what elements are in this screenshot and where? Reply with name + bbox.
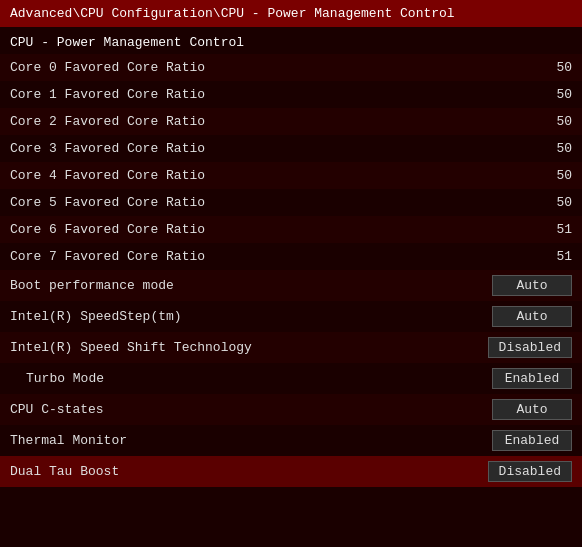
core-row-label: Core 2 Favored Core Ratio <box>10 114 512 129</box>
core-row-value: 50 <box>512 168 572 183</box>
setting-row[interactable]: Dual Tau BoostDisabled <box>0 456 582 487</box>
setting-row-label: Turbo Mode <box>10 371 492 386</box>
setting-row-dropdown[interactable]: Auto <box>492 275 572 296</box>
core-row[interactable]: Core 6 Favored Core Ratio51 <box>0 216 582 243</box>
core-row-value: 51 <box>512 222 572 237</box>
core-row-value: 50 <box>512 141 572 156</box>
setting-row[interactable]: Intel(R) SpeedStep(tm)Auto <box>0 301 582 332</box>
section-header: CPU - Power Management Control <box>0 27 582 54</box>
content: CPU - Power Management Control Core 0 Fa… <box>0 27 582 487</box>
title-bar: Advanced\CPU Configuration\CPU - Power M… <box>0 0 582 27</box>
setting-row[interactable]: Boot performance modeAuto <box>0 270 582 301</box>
setting-row-label: Intel(R) SpeedStep(tm) <box>10 309 492 324</box>
core-row-label: Core 7 Favored Core Ratio <box>10 249 512 264</box>
core-row[interactable]: Core 2 Favored Core Ratio50 <box>0 108 582 135</box>
setting-row[interactable]: Turbo ModeEnabled <box>0 363 582 394</box>
setting-row-label: Dual Tau Boost <box>10 464 488 479</box>
core-row[interactable]: Core 1 Favored Core Ratio50 <box>0 81 582 108</box>
setting-row[interactable]: Thermal MonitorEnabled <box>0 425 582 456</box>
core-row-label: Core 4 Favored Core Ratio <box>10 168 512 183</box>
core-row[interactable]: Core 7 Favored Core Ratio51 <box>0 243 582 270</box>
title-text: Advanced\CPU Configuration\CPU - Power M… <box>10 6 455 21</box>
core-row[interactable]: Core 4 Favored Core Ratio50 <box>0 162 582 189</box>
core-row-label: Core 1 Favored Core Ratio <box>10 87 512 102</box>
core-row-value: 50 <box>512 60 572 75</box>
setting-row-label: Thermal Monitor <box>10 433 492 448</box>
setting-row-dropdown[interactable]: Auto <box>492 399 572 420</box>
setting-row-dropdown[interactable]: Disabled <box>488 461 572 482</box>
setting-row-dropdown[interactable]: Disabled <box>488 337 572 358</box>
core-row-label: Core 6 Favored Core Ratio <box>10 222 512 237</box>
setting-row-dropdown[interactable]: Enabled <box>492 430 572 451</box>
setting-row[interactable]: CPU C-statesAuto <box>0 394 582 425</box>
setting-row-label: CPU C-states <box>10 402 492 417</box>
core-row-label: Core 3 Favored Core Ratio <box>10 141 512 156</box>
core-row[interactable]: Core 3 Favored Core Ratio50 <box>0 135 582 162</box>
core-row-label: Core 0 Favored Core Ratio <box>10 60 512 75</box>
setting-rows: Boot performance modeAutoIntel(R) SpeedS… <box>0 270 582 487</box>
core-row[interactable]: Core 0 Favored Core Ratio50 <box>0 54 582 81</box>
setting-row-dropdown[interactable]: Enabled <box>492 368 572 389</box>
core-row-value: 50 <box>512 87 572 102</box>
core-row-value: 50 <box>512 114 572 129</box>
core-rows: Core 0 Favored Core Ratio50Core 1 Favore… <box>0 54 582 270</box>
core-row[interactable]: Core 5 Favored Core Ratio50 <box>0 189 582 216</box>
setting-row-label: Intel(R) Speed Shift Technology <box>10 340 488 355</box>
setting-row-dropdown[interactable]: Auto <box>492 306 572 327</box>
core-row-value: 50 <box>512 195 572 210</box>
core-row-value: 51 <box>512 249 572 264</box>
core-row-label: Core 5 Favored Core Ratio <box>10 195 512 210</box>
setting-row[interactable]: Intel(R) Speed Shift TechnologyDisabled <box>0 332 582 363</box>
setting-row-label: Boot performance mode <box>10 278 492 293</box>
